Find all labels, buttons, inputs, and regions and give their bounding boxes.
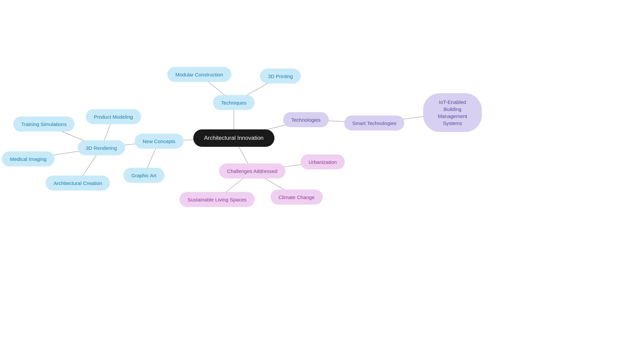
technologies-node[interactable]: Technologies — [283, 112, 329, 127]
new-concepts-node[interactable]: New Concepts — [135, 134, 183, 149]
urbanization-node[interactable]: Urbanization — [301, 155, 345, 170]
techniques-node[interactable]: Techniques — [213, 95, 255, 110]
modular-node[interactable]: Modular Construction — [167, 67, 231, 82]
rendering-node[interactable]: 3D Rendering — [78, 140, 125, 156]
graphic-art-node[interactable]: Graphic Art — [123, 168, 164, 183]
challenges-node[interactable]: Challenges Addressed — [219, 164, 285, 179]
iot-node[interactable]: IoT-Enabled Building Management Systems — [423, 93, 482, 132]
printing-node[interactable]: 3D Printing — [260, 69, 301, 84]
climate-change-node[interactable]: Climate Change — [270, 190, 323, 205]
medical-node[interactable]: Medical Imaging — [2, 152, 54, 167]
center-node[interactable]: Architectural Innovation — [193, 129, 274, 147]
training-node[interactable]: Training Simulations — [13, 117, 74, 132]
product-modeling-node[interactable]: Product Modeling — [86, 109, 141, 124]
smart-technologies-node[interactable]: Smart Technologies — [344, 116, 404, 131]
sustainable-node[interactable]: Sustainable Living Spaces — [179, 192, 255, 207]
arch-creation-node[interactable]: Architectural Creation — [46, 176, 110, 191]
